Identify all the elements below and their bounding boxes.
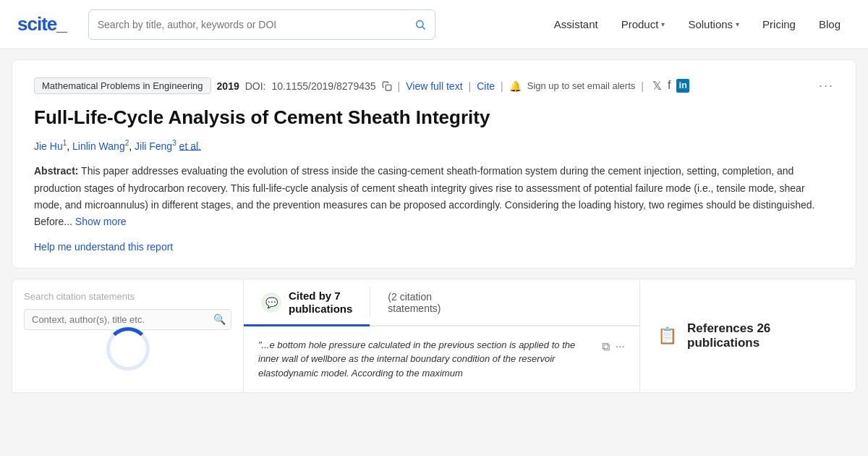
- tab-cited-by[interactable]: 💬 Cited by 7 publications: [244, 279, 370, 326]
- article-meta: Mathematical Problems in Engineering 201…: [34, 77, 834, 94]
- article-card: Mathematical Problems in Engineering 201…: [12, 59, 856, 269]
- chevron-down-icon: ▾: [661, 20, 665, 28]
- show-more-link[interactable]: Show more: [75, 216, 127, 227]
- author-linlin-wang[interactable]: Linlin Wang: [72, 140, 125, 151]
- linkedin-icon[interactable]: in: [676, 79, 689, 93]
- author-sup-3: 3: [172, 139, 176, 147]
- search-small-icon: 🔍: [213, 313, 226, 325]
- search-input[interactable]: [98, 19, 414, 30]
- search-bar[interactable]: [88, 9, 435, 40]
- chat-bubble-icon: 💬: [261, 292, 281, 313]
- cited-by-panel: 💬 Cited by 7 publications (2 citation st…: [243, 279, 639, 393]
- nav-product[interactable]: Product ▾: [611, 12, 676, 36]
- copy-icon[interactable]: [382, 81, 392, 91]
- search-citations-label: Search citation statements: [24, 291, 231, 302]
- snippet-text: "...e bottom hole pressure calculated in…: [258, 338, 595, 381]
- tabs-row: 💬 Cited by 7 publications (2 citation st…: [244, 279, 639, 326]
- chevron-down-icon: ▾: [736, 20, 739, 28]
- author-jili-feng[interactable]: Jili Feng: [135, 140, 172, 151]
- svg-point-0: [416, 20, 422, 27]
- cite-link[interactable]: Cite: [477, 80, 495, 92]
- loading-spinner: [106, 327, 150, 371]
- separator: |: [469, 80, 472, 92]
- bell-icon: 🔔: [509, 80, 522, 92]
- svg-line-1: [422, 27, 425, 30]
- journal-tag: Mathematical Problems in Engineering: [34, 77, 211, 94]
- logo[interactable]: scite_: [17, 13, 67, 35]
- separator: |: [641, 80, 644, 92]
- nav-solutions[interactable]: Solutions ▾: [678, 12, 749, 36]
- separator: |: [398, 80, 401, 92]
- publication-year: 2019: [217, 80, 239, 92]
- author-sup-1: 1: [63, 139, 67, 147]
- abstract-text: Abstract: This paper addresses evaluatin…: [34, 163, 834, 229]
- cited-by-label: Cited by 7 publications: [289, 290, 352, 316]
- view-full-text-link[interactable]: View full text: [406, 80, 462, 92]
- citation-snippet: "...e bottom hole pressure calculated in…: [244, 326, 639, 392]
- author-sup-2: 2: [125, 139, 129, 147]
- bottom-section: Search citation statements 🔍 💬 Cited by …: [12, 279, 856, 393]
- facebook-icon[interactable]: f: [668, 79, 671, 93]
- more-options-button[interactable]: ···: [819, 78, 834, 93]
- doi-label: DOI:: [245, 80, 266, 92]
- citation-count-label: (2 citation statements): [388, 291, 441, 314]
- signup-text: Sign up to set email alerts: [527, 80, 636, 91]
- nav-blog[interactable]: Blog: [809, 12, 851, 36]
- svg-rect-2: [386, 85, 391, 90]
- tab-citation-statements[interactable]: (2 citation statements): [370, 279, 458, 325]
- abstract-label: Abstract:: [34, 165, 78, 177]
- help-link[interactable]: Help me understand this report: [34, 241, 173, 253]
- copy-snippet-icon[interactable]: ⧉: [602, 338, 610, 355]
- social-icons: 𝕏 f in: [652, 79, 689, 93]
- et-al-link[interactable]: et al.: [179, 140, 201, 151]
- snippet-actions: ⧉ ···: [602, 338, 625, 355]
- document-icon: 📋: [658, 326, 677, 345]
- article-title: Full-Life-Cycle Analysis of Cement Sheat…: [34, 106, 834, 130]
- nav-assistant[interactable]: Assistant: [544, 12, 608, 36]
- twitter-icon[interactable]: 𝕏: [652, 79, 662, 93]
- navbar: scite_ Assistant Product ▾ Solutions ▾ P…: [0, 0, 868, 49]
- doi-value: 10.1155/2019/8279435: [272, 80, 376, 92]
- abstract-body: This paper addresses evaluating the evol…: [34, 165, 814, 227]
- separator: |: [501, 80, 503, 92]
- search-citations-panel: Search citation statements 🔍: [12, 279, 243, 393]
- nav-links: Assistant Product ▾ Solutions ▾ Pricing …: [544, 12, 851, 36]
- search-icon: [414, 19, 426, 30]
- more-snippet-icon[interactable]: ···: [616, 338, 625, 355]
- authors: Jie Hu1, Linlin Wang2, Jili Feng3 et al.: [34, 139, 834, 152]
- nav-pricing[interactable]: Pricing: [752, 12, 806, 36]
- author-jie-hu[interactable]: Jie Hu: [34, 140, 63, 151]
- references-panel[interactable]: 📋 References 26 publications: [639, 279, 856, 393]
- references-label: References 26 publications: [687, 321, 838, 350]
